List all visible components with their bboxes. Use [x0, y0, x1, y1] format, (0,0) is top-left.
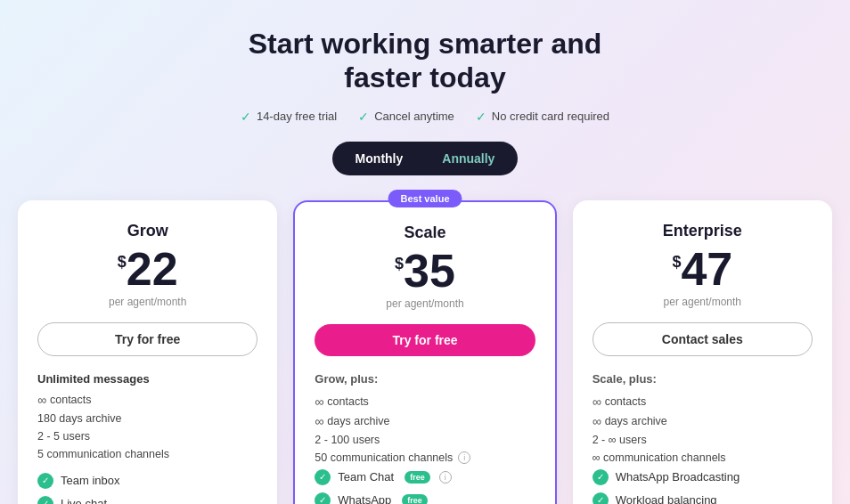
grow-feature-channels: 5 communication channels — [37, 448, 257, 460]
scale-label: Grow, plus: — [315, 372, 535, 386]
scale-plan-name: Scale — [315, 224, 535, 242]
enterprise-feature-whatsapp-broadcast: ✓ WhatsApp Broadcasting — [593, 469, 813, 485]
scale-feature-team-chat: ✓ Team Chat free i — [315, 469, 535, 485]
scale-cta-button[interactable]: Try for free — [315, 324, 535, 356]
check-icon: ✓ — [37, 473, 53, 489]
enterprise-period: per agent/month — [593, 296, 813, 308]
enterprise-cta-button[interactable]: Contact sales — [593, 322, 813, 356]
enterprise-feature-channels: ∞ communication channels — [593, 451, 813, 464]
info-icon[interactable]: i — [458, 451, 470, 464]
scale-currency: $ — [395, 255, 404, 273]
perk-cancel: ✓ Cancel anytime — [358, 110, 454, 124]
perk-no-card: ✓ No credit card required — [476, 110, 609, 124]
check-icon: ✓ — [593, 469, 609, 485]
perk-check-icon: ✓ — [241, 110, 251, 124]
check-icon: ✓ — [37, 496, 53, 504]
grow-period: per agent/month — [37, 296, 257, 308]
plans-container: Grow $ 22 per agent/month Try for free U… — [18, 200, 832, 504]
enterprise-label: Scale, plus: — [593, 372, 813, 386]
grow-currency: $ — [118, 253, 127, 272]
scale-feature-contacts: ∞ contacts — [315, 394, 535, 409]
page-title: Start working smarter and faster today — [249, 27, 602, 95]
monthly-toggle[interactable]: Monthly — [336, 145, 423, 172]
scale-period: per agent/month — [315, 297, 535, 310]
annually-toggle[interactable]: Annually — [422, 145, 514, 172]
perk-check-icon-3: ✓ — [476, 110, 486, 124]
scale-price-row: $ 35 — [315, 248, 535, 294]
billing-toggle[interactable]: Monthly Annually — [332, 142, 519, 175]
plan-card-grow: Grow $ 22 per agent/month Try for free U… — [18, 200, 277, 504]
enterprise-plan-name: Enterprise — [593, 222, 813, 240]
check-icon: ✓ — [593, 492, 609, 504]
check-icon: ✓ — [315, 469, 331, 485]
enterprise-price-row: $ 47 — [593, 246, 813, 292]
enterprise-feature-users: 2 - ∞ users — [593, 434, 813, 446]
scale-feature-channels: 50 communication channels i — [315, 451, 535, 464]
scale-feature-archive: ∞ days archive — [315, 414, 535, 428]
perk-check-icon-2: ✓ — [358, 110, 369, 124]
free-badge: free — [405, 471, 430, 484]
grow-feature-contacts: ∞ contacts — [37, 393, 257, 407]
best-value-badge: Best value — [388, 190, 462, 207]
grow-feature-live-chat: ✓ Live chat — [37, 496, 257, 504]
scale-feature-whatsapp: ✓ WhatsApp free — [315, 492, 535, 504]
enterprise-feature-archive: ∞ days archive — [593, 414, 813, 428]
scale-price: 35 — [404, 248, 455, 294]
grow-feature-users: 2 - 5 users — [37, 430, 257, 443]
perks-row: ✓ 14-day free trial ✓ Cancel anytime ✓ N… — [241, 110, 609, 124]
grow-plan-name: Grow — [37, 222, 257, 240]
enterprise-feature-workload: ✓ Workload balancing — [593, 492, 813, 504]
info-icon-2[interactable]: i — [439, 471, 452, 484]
enterprise-currency: $ — [672, 253, 681, 272]
perk-free-trial: ✓ 14-day free trial — [241, 110, 337, 124]
enterprise-feature-contacts: ∞ contacts — [593, 394, 813, 409]
free-badge-2: free — [402, 494, 428, 504]
grow-unlimited: Unlimited messages — [37, 372, 257, 386]
grow-cta-button[interactable]: Try for free — [37, 322, 257, 356]
check-icon: ✓ — [315, 492, 331, 504]
plan-card-scale: Best value Scale $ 35 per agent/month Tr… — [293, 200, 556, 504]
grow-feature-team-inbox: ✓ Team inbox — [37, 473, 257, 489]
scale-feature-users: 2 - 100 users — [315, 434, 535, 446]
grow-price-row: $ 22 — [37, 246, 257, 292]
plan-card-enterprise: Enterprise $ 47 per agent/month Contact … — [573, 200, 832, 504]
grow-price: 22 — [127, 246, 178, 292]
grow-feature-archive: 180 days archive — [37, 412, 257, 425]
enterprise-price: 47 — [681, 246, 732, 292]
